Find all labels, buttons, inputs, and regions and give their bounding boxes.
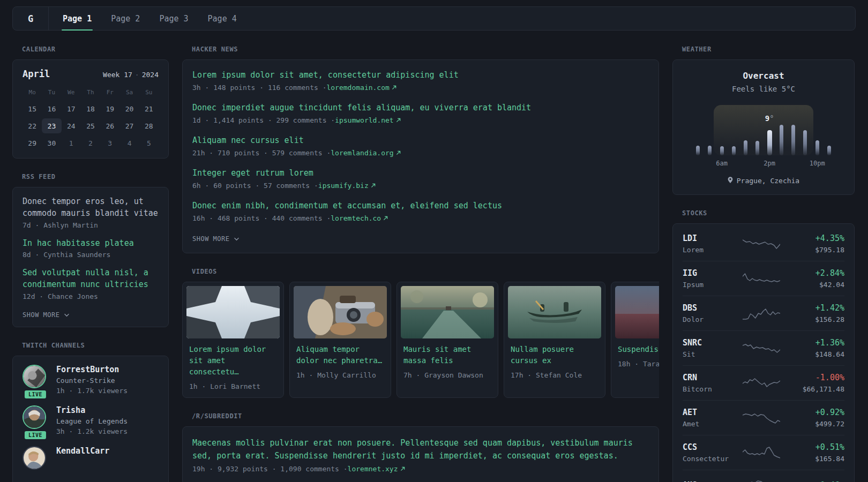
- rss-widget: Donec tempor eros leo, ut commodo mauris…: [12, 187, 169, 327]
- hn-item-meta: 1d · 1,414 points · 299 comments · ipsum…: [192, 116, 649, 124]
- twitch-channel-row[interactable]: LIVEForrestBurtonCounter-Strike1h · 1.7k…: [23, 365, 159, 395]
- calendar-day: 27: [119, 118, 139, 133]
- calendar-day: 22: [23, 118, 42, 133]
- stock-values: +4.35%$795.18: [791, 234, 844, 254]
- rss-show-more-button[interactable]: SHOW MORE: [23, 311, 70, 319]
- weather-bar-current: [767, 130, 772, 155]
- hn-item-stats: 3h · 148 points · 116 comments ·: [192, 84, 326, 92]
- hn-item-title[interactable]: Donec enim nibh, condimentum et accumsan…: [192, 200, 649, 212]
- stock-change-percent: -1.00%: [791, 373, 844, 382]
- calendar-day: 4: [119, 135, 139, 150]
- stock-identity: AETAmet: [683, 408, 732, 428]
- rss-item: In hac habitasse platea8d · Cynthia Saun…: [23, 238, 159, 259]
- twitch-channel-list: LIVEForrestBurtonCounter-Strike1h · 1.7k…: [23, 365, 159, 470]
- weekday-label: Fr: [100, 89, 119, 96]
- calendar-day: 15: [23, 101, 42, 116]
- calendar-day-selected: 23: [42, 118, 61, 133]
- tab-page-4[interactable]: Page 4: [198, 7, 246, 30]
- weather-section-title: WEATHER: [682, 46, 855, 53]
- twitch-channel-row[interactable]: LIVETrishaLeague of Legends3h · 1.2k vie…: [23, 405, 159, 435]
- calendar-day: 28: [139, 118, 159, 133]
- calendar-day: 20: [119, 101, 139, 116]
- hn-item-stats: 21h · 710 points · 579 comments ·: [192, 149, 331, 157]
- app-logo[interactable]: G: [13, 7, 48, 30]
- twitch-channel-name[interactable]: ForrestBurton: [56, 365, 128, 374]
- middle-column: HACKER NEWS Lorem ipsum dolor sit amet, …: [182, 46, 659, 482]
- weather-bar: [791, 125, 795, 155]
- hn-item-title[interactable]: Lorem ipsum dolor sit amet, consectetur …: [192, 70, 649, 81]
- nav-tabs: Page 1Page 2Page 3Page 4: [53, 7, 246, 30]
- hn-item-meta: 3h · 148 points · 116 comments · loremdo…: [192, 84, 649, 92]
- weather-daylight-band: [714, 105, 814, 155]
- weather-location: Prague, Czechia: [682, 177, 845, 185]
- hn-item-domain-link[interactable]: ipsumify.biz: [318, 182, 376, 190]
- tab-page-3[interactable]: Page 3: [149, 7, 198, 30]
- reddit-item-stats: 19h · 9,932 points · 1,090 comments ·: [192, 465, 348, 473]
- stocks-widget: LDILorem+4.35%$795.18IIGIpsum+2.84%$42.0…: [672, 223, 855, 482]
- hn-item-domain-link[interactable]: loremtech.co: [331, 214, 388, 222]
- video-thumbnail-canoe-misty-lake: [508, 286, 601, 338]
- rss-item-title[interactable]: Donec tempor eros leo, ut commodo mauris…: [23, 196, 159, 220]
- calendar-day: 19: [100, 101, 119, 116]
- calendar-year: 2024: [142, 71, 159, 79]
- videos-section: VIDEOS Lorem ipsum dolor sit amet consec…: [182, 268, 659, 398]
- video-card[interactable]: Aliquam tempor dolor nec pharetra…1h · M…: [289, 282, 391, 398]
- reddit-item-title[interactable]: Maecenas mollis pulvinar erat non posuer…: [192, 436, 649, 462]
- video-title[interactable]: Suspendisse diam: [618, 344, 659, 355]
- subreddit-post-list: Maecenas mollis pulvinar erat non posuer…: [192, 436, 649, 473]
- stock-values: -1.00%$66,171.48: [791, 373, 844, 393]
- calendar-day: 24: [62, 118, 81, 133]
- hn-item: Aliquam nec cursus elit21h · 710 points …: [192, 135, 649, 157]
- video-title[interactable]: Nullam posuere cursus ex: [511, 344, 598, 366]
- tab-page-2[interactable]: Page 2: [101, 7, 149, 30]
- rss-section-title: RSS FEED: [22, 173, 169, 180]
- video-title[interactable]: Lorem ipsum dolor sit amet consectetu…: [189, 344, 277, 378]
- reddit-item-meta: 19h · 9,932 points · 1,090 comments · lo…: [192, 465, 649, 473]
- calendar-day: 2: [81, 135, 100, 150]
- stock-sparkline: [732, 445, 791, 461]
- video-card[interactable]: Nullam posuere cursus ex17h · Stefan Col…: [504, 282, 605, 398]
- stocks-list: LDILorem+4.35%$795.18IIGIpsum+2.84%$42.0…: [683, 227, 844, 482]
- stock-values: +2.84%$42.04: [791, 268, 844, 289]
- tab-page-1[interactable]: Page 1: [53, 7, 101, 30]
- calendar-days-grid: 1516171819202122232425262728293012345: [23, 101, 159, 150]
- twitch-channel-name[interactable]: KendallCarr: [56, 446, 109, 456]
- hn-item-title[interactable]: Aliquam nec cursus elit: [192, 135, 649, 146]
- twitch-channel-category: League of Legends: [56, 417, 128, 425]
- hacker-news-list: Lorem ipsum dolor sit amet, consectetur …: [192, 70, 649, 222]
- video-card[interactable]: Mauris sit amet massa felis7h · Grayson …: [396, 282, 498, 398]
- reddit-item-domain-link[interactable]: loremnet.xyz: [348, 465, 405, 473]
- rss-show-more-label: SHOW MORE: [23, 311, 60, 319]
- video-thumbnail-person-in-field: [615, 286, 659, 338]
- stock-row: LDILorem+4.35%$795.18: [683, 227, 844, 261]
- hacker-news-show-more-button[interactable]: SHOW MORE: [192, 235, 240, 243]
- rss-item-title[interactable]: Sed volutpat nulla nisl, a condimentum n…: [23, 267, 159, 291]
- stock-sparkline: [732, 375, 791, 391]
- twitch-channel-name[interactable]: Trisha: [56, 405, 128, 415]
- hn-item-title[interactable]: Integer eget rutrum lorem: [192, 168, 649, 179]
- video-thumbnail-hands-holding-camera: [294, 286, 387, 338]
- external-link-icon: [371, 182, 376, 190]
- stock-symbol: SNRC: [683, 338, 732, 348]
- rss-item-title[interactable]: In hac habitasse platea: [23, 238, 159, 250]
- hn-item-stats: 1d · 1,414 points · 299 comments ·: [192, 116, 335, 124]
- calendar-week: Week 17: [103, 71, 132, 79]
- stock-sparkline: [732, 270, 791, 287]
- video-card[interactable]: Lorem ipsum dolor sit amet consectetu…1h…: [182, 282, 284, 398]
- hn-item-domain-link[interactable]: loremlandia.org: [331, 149, 400, 157]
- video-title[interactable]: Mauris sit amet massa felis: [403, 344, 491, 366]
- weather-time-labels: 6am2pm10pm: [696, 160, 831, 168]
- external-link-icon: [383, 214, 388, 222]
- weekday-label: Mo: [23, 89, 42, 96]
- external-link-icon: [396, 116, 401, 124]
- video-title[interactable]: Aliquam tempor dolor nec pharetra…: [296, 344, 384, 366]
- twitch-avatar-wrap: [23, 446, 48, 470]
- stock-identity: IIGIpsum: [683, 268, 732, 289]
- hn-item-domain-link[interactable]: ipsumworld.net: [335, 116, 401, 124]
- twitch-widget: LIVEForrestBurtonCounter-Strike1h · 1.7k…: [12, 356, 169, 482]
- twitch-channel-row[interactable]: KendallCarr: [23, 446, 159, 470]
- hn-item-title[interactable]: Donec imperdiet augue tincidunt felis al…: [192, 102, 649, 114]
- calendar-day: 3: [100, 135, 119, 150]
- hn-item-domain-link[interactable]: loremdomain.com: [326, 84, 396, 92]
- video-card[interactable]: Suspendisse diam18h · Tara: [611, 282, 659, 398]
